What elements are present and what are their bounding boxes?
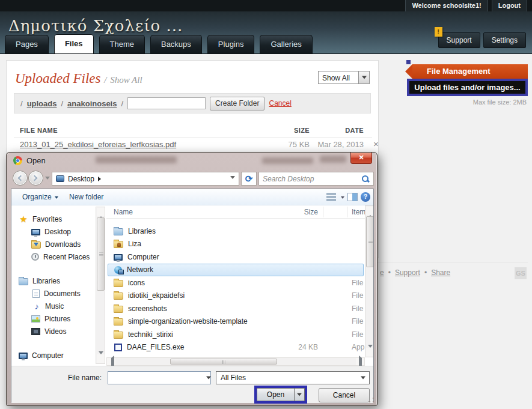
column-size: SIZE <box>266 127 310 134</box>
file-row-daae-exe[interactable]: DAAE_FILES.exe 24 KB App <box>106 341 365 354</box>
scrollbar-thumb[interactable] <box>170 359 277 365</box>
scroll-left-button[interactable] <box>107 358 115 365</box>
getsimple-badge[interactable]: GS <box>515 267 527 279</box>
computer-icon <box>114 254 123 261</box>
new-folder-name-input[interactable] <box>127 97 206 109</box>
help-button[interactable]: ? <box>361 192 370 202</box>
max-file-size-note: Max file size: 2MB <box>473 98 527 106</box>
file-row-liza[interactable]: Liza <box>106 238 365 251</box>
cancel-button[interactable]: Cancel <box>319 388 370 402</box>
close-button[interactable]: ✕ <box>350 153 372 164</box>
change-view-button[interactable] <box>326 193 336 201</box>
scroll-down-button[interactable] <box>97 354 105 363</box>
scroll-right-button[interactable] <box>356 358 364 365</box>
file-row-idiotiki[interactable]: idiotiki_ekpaidefsi File f <box>106 289 365 303</box>
scroll-up-button[interactable] <box>366 207 373 215</box>
scrollbar-thumb[interactable] <box>97 217 105 291</box>
nav-section-favorites[interactable]: ★ Favorites <box>11 213 96 225</box>
delete-file-icon[interactable]: × <box>373 139 379 149</box>
recent-locations-dropdown-icon[interactable] <box>45 177 50 182</box>
file-row-computer[interactable]: Computer <box>106 250 365 264</box>
tab-pages[interactable]: Pages <box>5 35 49 53</box>
address-bar[interactable]: Desktop <box>52 172 239 186</box>
nav-label: Music <box>45 302 64 311</box>
file-name-input[interactable] <box>108 372 206 384</box>
breadcrumb-sep: / <box>61 99 63 108</box>
file-link[interactable]: 2013_01_25_ekdilosi_eforeias_lerfkosias.… <box>20 140 176 149</box>
open-split-dropdown[interactable] <box>294 388 305 401</box>
file-item-type: File f <box>352 317 365 326</box>
file-row-network[interactable]: Network <box>108 264 364 277</box>
file-row-screenshots[interactable]: screenshots File f <box>106 302 365 315</box>
nav-pane-scrollbar[interactable] <box>96 207 105 364</box>
scrollbar-thumb[interactable] <box>366 216 373 267</box>
address-location[interactable]: Desktop <box>68 175 94 183</box>
support-button[interactable]: ! Support <box>438 32 480 48</box>
welcome-user-button[interactable]: Welcome schoolsite1! <box>405 0 488 11</box>
star-icon: ★ <box>19 215 28 223</box>
nav-item-downloads[interactable]: Downloads <box>11 238 96 250</box>
dialog-title: Open <box>26 156 46 165</box>
column-separator[interactable] <box>347 207 347 217</box>
tab-plugins[interactable]: Plugins <box>207 35 255 53</box>
breadcrumb-arrow-icon[interactable] <box>98 177 103 181</box>
nav-item-pictures[interactable]: Pictures <box>11 312 96 325</box>
page-title: Uploaded Files / Show All <box>15 71 142 86</box>
view-dropdown-icon[interactable] <box>341 196 344 201</box>
logout-button[interactable]: Logout <box>492 0 527 11</box>
nav-item-videos[interactable]: Videos <box>11 325 96 338</box>
header-utility-buttons: ! Support Settings <box>438 32 526 48</box>
chevron-down-icon <box>297 393 302 398</box>
file-list-hscrollbar[interactable] <box>106 357 365 366</box>
footer-link-support[interactable]: Support <box>395 268 420 277</box>
back-button[interactable] <box>13 171 28 186</box>
tab-theme[interactable]: Theme <box>99 35 145 53</box>
tab-files[interactable]: Files <box>54 34 94 53</box>
upload-files-button[interactable]: Upload files and/or images... <box>407 79 528 96</box>
refresh-button[interactable]: ⟳ <box>241 172 257 186</box>
nav-item-recent-places[interactable]: Recent Places <box>11 250 96 263</box>
footer-link-share[interactable]: Share <box>431 268 450 277</box>
column-name[interactable]: Name <box>114 208 133 216</box>
file-row-icons[interactable]: icons File f <box>106 276 365 289</box>
application-icon <box>114 344 122 351</box>
search-input[interactable] <box>263 175 361 183</box>
filter-dropdown[interactable]: Show All <box>318 71 370 84</box>
address-dropdown-icon[interactable] <box>230 176 235 181</box>
search-icon[interactable] <box>361 175 370 183</box>
column-separator[interactable] <box>323 207 323 217</box>
scroll-down-button[interactable] <box>366 348 373 356</box>
cancel-create-folder-link[interactable]: Cancel <box>269 99 291 108</box>
file-list-scrollbar[interactable] <box>365 205 373 357</box>
new-folder-button[interactable]: New folder <box>69 193 103 201</box>
breadcrumb-link-uploads[interactable]: uploads <box>27 99 57 108</box>
tab-backups[interactable]: Backups <box>150 35 202 53</box>
breadcrumb-link-anakoinoseis[interactable]: anakoinoseis <box>67 99 117 108</box>
preview-pane-button[interactable] <box>347 193 358 201</box>
file-row-template[interactable]: simple-organization-website-template Fil… <box>106 315 365 329</box>
nav-item-music[interactable]: ♪ Music <box>11 300 96 312</box>
nav-section-libraries[interactable]: Libraries <box>11 274 96 287</box>
dialog-titlebar[interactable]: Open ✕ <box>7 153 377 169</box>
forward-button[interactable] <box>28 171 43 186</box>
file-name-dropdown-button[interactable] <box>206 372 210 384</box>
column-item[interactable]: Item <box>352 208 365 216</box>
nav-section-computer[interactable]: Computer <box>11 349 96 362</box>
column-size[interactable]: Size <box>281 208 318 216</box>
file-type-select[interactable]: All Files <box>216 371 370 384</box>
nav-item-desktop[interactable]: Desktop <box>11 225 96 238</box>
resize-grip[interactable] <box>368 397 375 403</box>
create-folder-button[interactable]: Create Folder <box>210 97 264 111</box>
filter-dropdown-button[interactable] <box>358 71 369 83</box>
nav-item-documents[interactable]: Documents <box>11 287 96 300</box>
open-button[interactable]: Open <box>257 388 294 401</box>
settings-button[interactable]: Settings <box>483 32 526 48</box>
footer-partial-link[interactable]: e <box>380 268 384 277</box>
scroll-up-button[interactable] <box>97 208 105 216</box>
organize-button[interactable]: Organize <box>22 193 58 201</box>
file-row-techniki[interactable]: techniki_stirixi File f <box>106 328 365 341</box>
file-item-type: App <box>352 343 364 351</box>
file-row-libraries[interactable]: Libraries <box>106 225 365 238</box>
file-type-dropdown-button[interactable] <box>357 372 369 384</box>
tab-galleries[interactable]: Galleries <box>260 35 312 53</box>
